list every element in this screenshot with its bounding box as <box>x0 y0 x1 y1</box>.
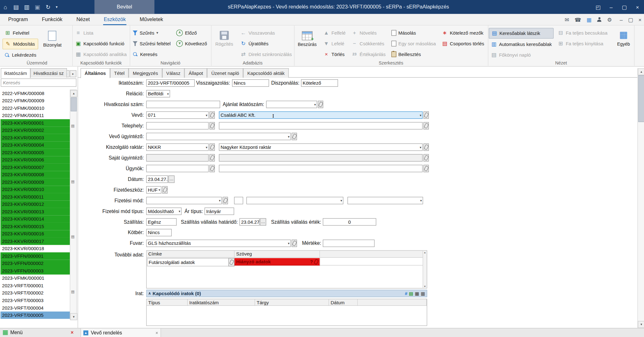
sajat-ugyintezo-attachment-button[interactable] <box>209 154 215 162</box>
column-header-targy[interactable]: Tárgy <box>255 299 329 306</box>
fizetesi-mod-combo[interactable]: ▾ <box>146 197 222 205</box>
ribbon-button-kovetkezo[interactable]: ∨Következő <box>174 39 209 48</box>
main-scrollbar[interactable]: ▲ ▼ <box>637 68 644 328</box>
tovabbi-cimke-attachment-button[interactable] <box>228 258 235 266</box>
document-tab-vevo-rendeles[interactable]: ▲ Vevő rendelés × <box>80 329 161 337</box>
fizetesi-mod-attachment-button[interactable] <box>223 197 228 205</box>
ribbon-button-egyeb[interactable]: ▦Egyéb <box>611 28 636 60</box>
fuvar-combo[interactable]: GLS házhozszállítás ▾ <box>146 239 291 247</box>
tab-kapcsolodo-aktak[interactable]: Kapcsolódó akták <box>243 68 289 78</box>
vevo-attachment-button[interactable] <box>209 111 215 119</box>
sidebar-tab-hivatkozasi-sz[interactable]: Hivatkozási sz <box>30 68 67 78</box>
scroll-down-icon[interactable]: ▼ <box>70 313 77 320</box>
ribbon-button-beillesztes[interactable]: Beillesztés <box>389 49 438 59</box>
restore-button[interactable]: ▢ <box>618 0 631 14</box>
child-minimize-button[interactable]: – <box>620 17 623 23</box>
document-icon[interactable]: ▤ <box>409 291 414 296</box>
column-header-iratiktatoszam[interactable]: Iratiktatószám <box>188 299 255 306</box>
qat-save-icon[interactable]: ▣ <box>32 4 43 10</box>
ribbon-button-elozo[interactable]: ∧Előző <box>174 28 209 38</box>
menu-eszkozok[interactable]: Eszközök <box>103 14 126 25</box>
vevo-ugyintezo-combo[interactable]: ▾ <box>146 133 291 140</box>
ribbon-button-noveles[interactable]: +Növelés <box>349 28 388 38</box>
diszponalas-field[interactable]: Kötelező <box>301 79 338 87</box>
scrollbar-thumb[interactable] <box>638 75 644 122</box>
ribbon-button-felvetel[interactable]: ⊞Felvétel <box>3 28 38 38</box>
column-header-datum[interactable]: Dátum <box>329 299 358 306</box>
ribbon-button-felfele[interactable]: ▲Felfelé <box>321 28 347 38</box>
sajat-ugyintezo-name-attachment-button[interactable] <box>424 154 429 162</box>
table-columns-icon[interactable]: ▥ <box>421 291 425 296</box>
scroll-down-icon[interactable]: ▼ <box>423 285 427 288</box>
ribbon-button-modositas[interactable]: ✎Módosítás <box>3 39 38 49</box>
list-item[interactable]: 2023-VRFT/000003 <box>0 297 70 304</box>
column-header-cimke[interactable]: Címke <box>147 251 235 258</box>
datum-picker-button[interactable]: … <box>169 176 175 183</box>
ribbon-button-csokkentes[interactable]: −Csökkentés <box>349 39 388 48</box>
ribbon-button-visszavonas[interactable]: ←Visszavonás <box>238 28 294 38</box>
ribbon-button-lista[interactable]: ≡Lista <box>73 28 129 38</box>
ribbon-button-kotelezo-mezok[interactable]: ∗Kötelező mezők <box>440 28 486 38</box>
list-item[interactable]: 2023-VFFN/000002 <box>0 260 70 267</box>
ribbon-button-ertekajanlas[interactable]: 23Értékajánlás <box>349 49 388 59</box>
raktar-attachment-button[interactable] <box>209 143 215 151</box>
qat-copy-icon[interactable]: ▥ <box>21 4 32 10</box>
ajanlat-combo[interactable]: ▾ <box>266 101 317 108</box>
scroll-up-icon[interactable]: ▲ <box>638 68 644 75</box>
ribbon-button-egy-sor-masolasa[interactable]: Egy sor másolása <box>389 39 438 48</box>
minimize-button[interactable]: – <box>605 0 618 14</box>
menu-program[interactable]: Program <box>8 14 29 25</box>
child-close-button[interactable]: × <box>638 17 641 23</box>
ugynok-name-attachment-button[interactable] <box>424 165 429 172</box>
relacio-combo[interactable]: Belföldi ▾ <box>146 90 170 98</box>
ribbon-button-kereses[interactable]: Keresés <box>130 49 173 59</box>
list-item[interactable]: 2023-VFFN/000003 <box>0 267 70 275</box>
ribbon-button-fa-teljes-becsukasa[interactable]: ⊟Fa teljes becsukása <box>556 28 610 38</box>
list-item[interactable]: 2023-VRFT/000004 <box>0 304 70 312</box>
telephely-name-field[interactable] <box>219 122 423 130</box>
vevo-name-attachment-button[interactable] <box>424 111 429 119</box>
ribbon-button-szuresi-feltetel[interactable]: Szűrési feltétel <box>130 39 173 48</box>
ribbon-button-rogzites[interactable]: Rögzítés <box>212 28 236 60</box>
hash-grid-icon[interactable]: # <box>405 291 407 296</box>
list-item[interactable]: 2023-VRFT/000005 <box>0 312 70 319</box>
close-button[interactable]: × <box>631 0 644 14</box>
fizetesi-mod-name-combo[interactable]: ▾ <box>247 197 343 205</box>
tab-allapot[interactable]: Állapot <box>185 68 207 78</box>
ar-tipus-field[interactable]: Irányár <box>204 208 234 215</box>
mail-icon[interactable]: ✉ <box>565 17 569 23</box>
ajanlat-attachment-button[interactable] <box>318 101 323 108</box>
qat-refresh-icon[interactable]: ↻ <box>43 4 53 10</box>
raktar-name-attachment-button[interactable] <box>424 143 429 151</box>
tab-uzenet-naplo[interactable]: Üzenet napló <box>207 68 243 78</box>
tab-valasz[interactable]: Válasz <box>162 68 185 78</box>
column-header-szoveg[interactable]: Szöveg <box>235 251 320 258</box>
menu-icon[interactable] <box>3 330 8 335</box>
tovabbi-szoveg-cell[interactable]: Hiányzó adatok ? <box>235 258 320 266</box>
ribbon-button-automatikus-keresoablak[interactable]: ▥Automatikus keresőablak <box>489 39 554 49</box>
ribbon-button-beszuras[interactable]: Beszúrás <box>295 28 319 60</box>
menu-funkciok[interactable]: Funkciók <box>41 14 64 25</box>
ribbon-button-kapcsolodo-funkcio[interactable]: ▣Kapcsolódó funkció <box>73 39 129 48</box>
phone-icon[interactable]: ☎ <box>575 17 581 23</box>
collapse-icon[interactable]: ∧ <box>148 291 151 295</box>
close-tab-button[interactable]: × <box>155 330 158 335</box>
ribbon-button-szures[interactable]: Szűrés▾ <box>130 28 173 38</box>
tovabbi-table-scrollbar[interactable]: ▲ ▼ <box>423 251 427 288</box>
table-insert-icon[interactable]: ▦ <box>415 291 419 296</box>
menu-muveletek[interactable]: Műveletek <box>139 14 164 25</box>
tovabbi-cimke-combo[interactable]: Futárszolgálati adatok ▾ <box>147 258 231 266</box>
child-restore-button[interactable]: ▢ <box>628 17 633 23</box>
tovabbi-empty-cell[interactable] <box>320 258 423 266</box>
vevo-code-combo[interactable]: 071 ▾ <box>146 111 209 119</box>
close-menu-button[interactable]: × <box>71 330 74 335</box>
fizetoeszkoz-combo[interactable]: HUF ▾ <box>146 186 161 194</box>
szallitas-ertek-field[interactable]: 0 <box>323 218 376 226</box>
vevo-name-combo[interactable]: Családi ABC Kft. ▾ <box>219 111 423 119</box>
tab-tetel[interactable]: Tétel <box>110 68 129 78</box>
tab-altalanos[interactable]: Általános <box>80 68 110 78</box>
ribbon-button-kapcsolodo-analitika[interactable]: ▦Kapcsolódó analitika <box>73 49 129 59</box>
settings-gear-icon[interactable]: ⚙ <box>607 17 612 23</box>
ribbon-button-masolas[interactable]: Másolás <box>389 28 438 38</box>
qat-dropdown-icon[interactable]: ▾ <box>53 5 60 9</box>
